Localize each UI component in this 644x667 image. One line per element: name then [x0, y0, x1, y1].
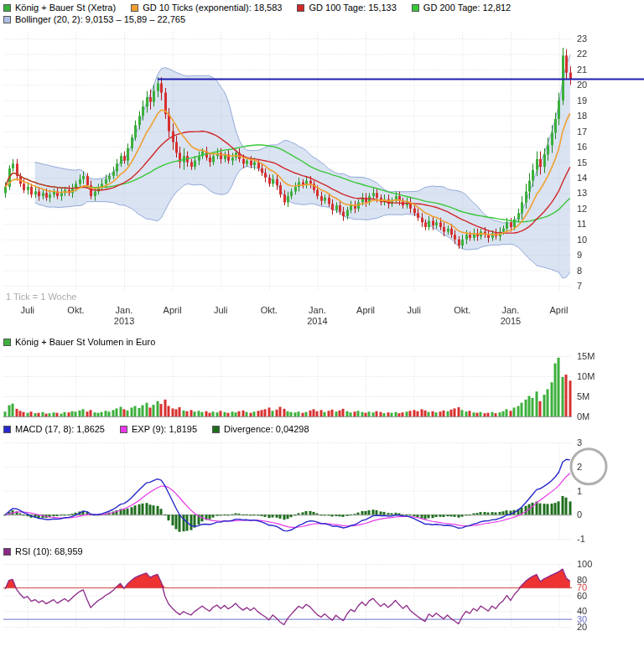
legend-item-label: GD 10 Ticks (exponential): 18,583	[143, 3, 282, 13]
rsi-chart-canvas[interactable]	[0, 556, 644, 667]
volume-chart-canvas[interactable]	[0, 349, 644, 427]
series-color-swatch	[3, 426, 11, 433]
legend-item-label: Bollinger (20, 2): 9,0153 – 15,89 – 22,7…	[15, 14, 185, 24]
legend-item-divergence: Divergence: 0,04298	[212, 424, 309, 434]
legend-item-label: König + Bauer St Volumen in Euro	[15, 337, 155, 347]
macd-chart-canvas[interactable]	[0, 436, 644, 551]
series-color-swatch	[212, 426, 220, 433]
price-chart-canvas[interactable]	[0, 27, 644, 334]
series-color-swatch	[412, 4, 419, 12]
series-color-swatch	[297, 4, 304, 12]
series-color-swatch	[131, 4, 138, 12]
legend-item-label: GD 100 Tage: 15,133	[309, 3, 396, 13]
legend-item-exp: EXP (9): 1,8195	[120, 424, 197, 434]
legend-item-rsi: RSI (10): 68,959	[3, 546, 83, 556]
legend-item-label: MACD (17, 8): 1,8625	[15, 424, 105, 434]
price-legend-row-1: König + Bauer St (Xetra) GD 10 Ticks (ex…	[3, 3, 511, 13]
legend-item-label: EXP (9): 1,8195	[132, 424, 197, 434]
legend-item-gd10: GD 10 Ticks (exponential): 18,583	[131, 3, 282, 13]
volume-legend: König + Bauer St Volumen in Euro	[3, 337, 155, 347]
legend-item-label: RSI (10): 68,959	[15, 546, 83, 556]
legend-item-macd: MACD (17, 8): 1,8625	[3, 424, 105, 434]
legend-item-label: König + Bauer St (Xetra)	[15, 3, 116, 13]
series-color-swatch	[3, 16, 11, 23]
series-color-swatch	[120, 426, 127, 433]
legend-item-label: GD 200 Tage: 12,812	[423, 3, 511, 13]
macd-legend: MACD (17, 8): 1,8625 EXP (9): 1,8195 Div…	[3, 424, 309, 434]
series-color-swatch	[3, 339, 11, 346]
rsi-legend: RSI (10): 68,959	[3, 546, 83, 556]
legend-item-label: Divergence: 0,04298	[224, 424, 309, 434]
price-legend-row-2: Bollinger (20, 2): 9,0153 – 15,89 – 22,7…	[3, 14, 185, 24]
series-color-swatch	[3, 4, 11, 12]
legend-item-volume: König + Bauer St Volumen in Euro	[3, 337, 155, 347]
legend-item-gd100: GD 100 Tage: 15,133	[297, 3, 396, 13]
legend-item-bollinger: Bollinger (20, 2): 9,0153 – 15,89 – 22,7…	[3, 14, 185, 24]
series-color-swatch	[3, 548, 11, 556]
tick-scale-note: 1 Tick = 1 Woche	[6, 292, 76, 302]
legend-item-gd200: GD 200 Tage: 12,812	[412, 3, 511, 13]
legend-item-price-series: König + Bauer St (Xetra)	[3, 3, 116, 13]
stock-chart-page: König + Bauer St (Xetra) GD 10 Ticks (ex…	[0, 0, 644, 667]
